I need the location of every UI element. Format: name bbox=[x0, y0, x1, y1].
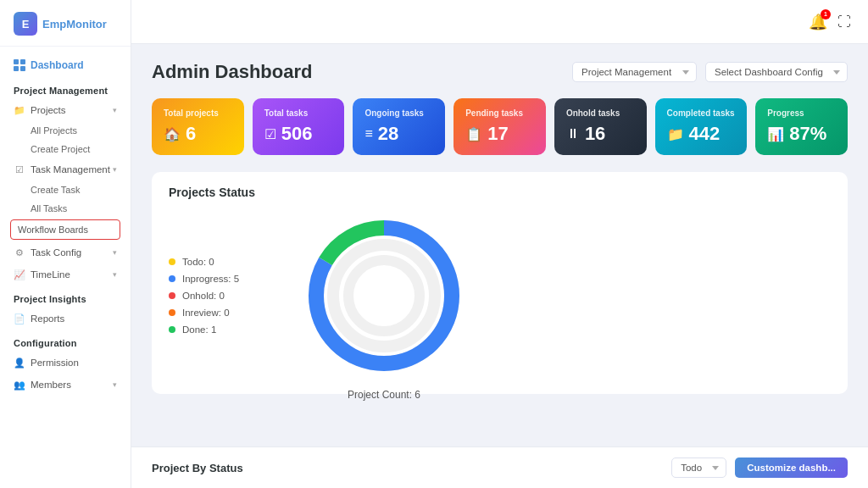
pending-tasks-label: Pending tasks bbox=[465, 108, 534, 118]
sidebar-item-permission[interactable]: 👤 Permission bbox=[0, 352, 131, 374]
report-icon: 📄 bbox=[14, 313, 25, 324]
onhold-label: Onhold: 0 bbox=[182, 291, 225, 301]
total-projects-value: 6 bbox=[186, 123, 196, 145]
progress-icon: 📊 bbox=[767, 126, 784, 142]
project-count-label: Project Count: 6 bbox=[299, 389, 469, 401]
content-area: Admin Dashboard Project Management Selec… bbox=[131, 44, 868, 446]
sidebar-nav: Dashboard Project Management 📁 Projects … bbox=[0, 47, 131, 402]
ongoing-tasks-value: 28 bbox=[378, 123, 398, 145]
inprogress-dot bbox=[169, 275, 175, 282]
sidebar: E EmpMonitor Dashboard Project Managemen… bbox=[0, 0, 131, 488]
pending-tasks-icon: 📋 bbox=[465, 126, 482, 142]
page-title: Admin Dashboard bbox=[152, 61, 312, 83]
project-by-status-title: Project By Status bbox=[152, 462, 243, 474]
chevron-timeline: ▾ bbox=[113, 270, 117, 279]
chevron-members: ▾ bbox=[113, 380, 117, 389]
completed-tasks-icon: 📁 bbox=[667, 126, 684, 142]
total-projects-label: Total projects bbox=[164, 108, 232, 118]
dashboard-icon bbox=[14, 59, 25, 71]
stat-card-onhold-tasks: Onhold tasks ⏸ 16 bbox=[554, 98, 647, 155]
status-filter-select[interactable]: Todo bbox=[671, 458, 726, 478]
project-management-filter[interactable]: Project Management bbox=[572, 62, 697, 82]
legend-inreview: Inreview: 0 bbox=[169, 308, 279, 318]
done-label: Done: 1 bbox=[182, 324, 216, 335]
legend-inprogress: Inprogress: 5 bbox=[169, 274, 279, 284]
sidebar-item-task-config[interactable]: ⚙ Task Config ▾ bbox=[0, 241, 131, 263]
sidebar-item-task-management[interactable]: ☑ Task Management ▾ bbox=[0, 158, 131, 180]
todo-label: Todo: 0 bbox=[182, 257, 214, 267]
stat-card-ongoing-tasks: Ongoing tasks ≡ 28 bbox=[353, 98, 445, 155]
status-content: Todo: 0 Inprogress: 5 Onhold: 0 Inreview… bbox=[169, 211, 831, 380]
gear-icon: ⚙ bbox=[14, 247, 25, 258]
projects-label: Projects bbox=[31, 105, 66, 115]
chevron-config: ▾ bbox=[113, 248, 117, 257]
section-project-management: Project Management bbox=[0, 77, 131, 99]
donut-chart-svg bbox=[299, 211, 469, 380]
stat-card-pending-tasks: Pending tasks 📋 17 bbox=[453, 98, 546, 155]
permission-icon: 👤 bbox=[14, 357, 25, 369]
logo-icon: E bbox=[14, 12, 37, 36]
completed-tasks-value: 442 bbox=[689, 123, 721, 145]
ongoing-tasks-icon: ≡ bbox=[364, 126, 372, 141]
todo-dot bbox=[169, 258, 175, 265]
sidebar-item-create-task[interactable]: Create Task bbox=[0, 180, 131, 199]
sidebar-item-members[interactable]: 👥 Members ▾ bbox=[0, 374, 131, 396]
legend-done: Done: 1 bbox=[169, 324, 279, 335]
done-dot bbox=[169, 326, 175, 333]
stat-card-progress: Progress 📊 87% bbox=[755, 98, 848, 155]
sidebar-item-all-projects[interactable]: All Projects bbox=[0, 121, 131, 140]
section-project-insights: Project Insights bbox=[0, 286, 131, 308]
sidebar-item-create-project[interactable]: Create Project bbox=[0, 140, 131, 158]
reports-label: Reports bbox=[31, 313, 64, 324]
stats-row: Total projects 🏠 6 Total tasks ☑ 506 Ong… bbox=[152, 98, 848, 155]
sidebar-item-timeline[interactable]: 📈 TimeLine ▾ bbox=[0, 263, 131, 286]
dashboard-label: Dashboard bbox=[31, 59, 84, 71]
logo-area[interactable]: E EmpMonitor bbox=[0, 0, 131, 47]
projects-status-title: Projects Status bbox=[169, 186, 831, 199]
inprogress-label: Inprogress: 5 bbox=[182, 274, 239, 284]
sidebar-item-dashboard[interactable]: Dashboard bbox=[0, 53, 131, 77]
sidebar-item-reports[interactable]: 📄 Reports bbox=[0, 308, 131, 330]
bottom-bar: Project By Status Todo Customize dashb..… bbox=[131, 446, 868, 488]
task-config-label: Task Config bbox=[31, 247, 81, 258]
sidebar-item-workflow-boards[interactable]: Workflow Boards bbox=[10, 219, 120, 240]
timeline-label: TimeLine bbox=[31, 269, 70, 280]
members-icon: 👥 bbox=[14, 379, 25, 391]
stat-card-completed-tasks: Completed tasks 📁 442 bbox=[655, 98, 748, 155]
dashboard-config-filter[interactable]: Select Dashboard Config bbox=[705, 62, 848, 82]
customize-dashboard-button[interactable]: Customize dashb... bbox=[735, 458, 848, 478]
progress-label: Progress bbox=[767, 108, 836, 118]
onhold-dot bbox=[169, 292, 175, 299]
legend-onhold: Onhold: 0 bbox=[169, 291, 279, 301]
sidebar-item-all-tasks[interactable]: All Tasks bbox=[0, 199, 131, 218]
total-projects-icon: 🏠 bbox=[164, 126, 181, 142]
task-management-label: Task Management bbox=[31, 164, 110, 175]
section-configuration: Configuration bbox=[0, 330, 131, 352]
chevron-tasks: ▾ bbox=[113, 165, 117, 174]
completed-tasks-label: Completed tasks bbox=[667, 108, 736, 118]
expand-icon[interactable]: ⛶ bbox=[837, 14, 851, 30]
donut-chart-wrap: Project Count: 6 bbox=[299, 211, 469, 380]
inreview-label: Inreview: 0 bbox=[182, 308, 230, 318]
ongoing-tasks-label: Ongoing tasks bbox=[364, 108, 433, 118]
progress-value: 87% bbox=[789, 123, 826, 145]
task-icon: ☑ bbox=[14, 164, 25, 175]
status-legend: Todo: 0 Inprogress: 5 Onhold: 0 Inreview… bbox=[169, 257, 279, 335]
sidebar-item-projects[interactable]: 📁 Projects ▾ bbox=[0, 99, 131, 121]
main-content: 🔔 1 ⛶ Admin Dashboard Project Management… bbox=[131, 0, 868, 488]
notification-bell[interactable]: 🔔 1 bbox=[809, 13, 827, 31]
topbar: 🔔 1 ⛶ bbox=[131, 0, 868, 44]
onhold-tasks-value: 16 bbox=[585, 123, 605, 145]
projects-status-section: Projects Status Todo: 0 Inprogress: 5 On… bbox=[152, 172, 848, 394]
svg-point-2 bbox=[348, 260, 420, 331]
pending-tasks-value: 17 bbox=[487, 123, 508, 145]
total-tasks-value: 506 bbox=[281, 123, 313, 145]
notification-badge: 1 bbox=[821, 9, 831, 19]
header-filters: Project Management Select Dashboard Conf… bbox=[572, 62, 848, 82]
timeline-icon: 📈 bbox=[14, 269, 25, 280]
members-label: Members bbox=[31, 380, 71, 390]
stat-card-total-projects: Total projects 🏠 6 bbox=[152, 98, 244, 155]
onhold-tasks-label: Onhold tasks bbox=[566, 108, 635, 118]
folder-icon: 📁 bbox=[14, 104, 25, 116]
page-header: Admin Dashboard Project Management Selec… bbox=[152, 61, 848, 83]
